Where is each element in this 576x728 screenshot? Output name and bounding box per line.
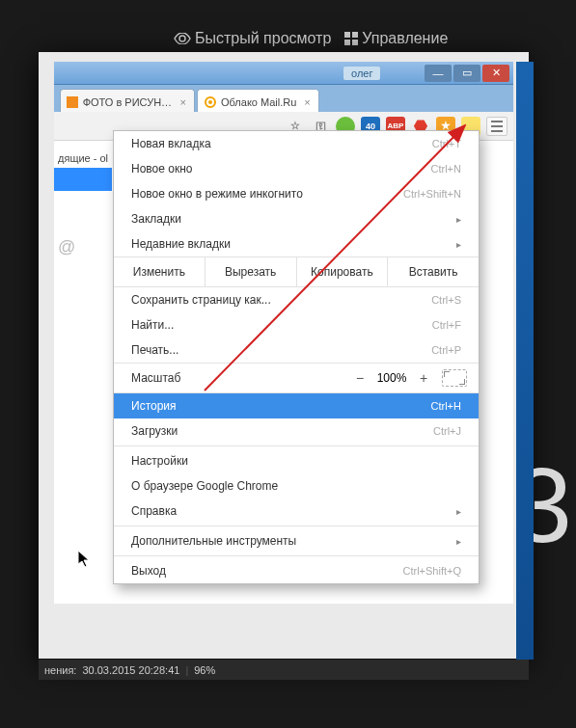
chrome-menu-button[interactable]	[486, 117, 507, 136]
menu-recent-tabs[interactable]: Недавние вкладки	[114, 231, 479, 256]
tab-favicon-icon	[204, 95, 217, 109]
menu-new-window[interactable]: Новое окноCtrl+N	[114, 156, 479, 181]
inbox-selected-row[interactable]	[54, 168, 112, 191]
menu-find[interactable]: Найти...Ctrl+F	[114, 312, 479, 337]
menu-save-as[interactable]: Сохранить страницу как...Ctrl+S	[114, 287, 479, 312]
zoom-in-button[interactable]: +	[411, 370, 436, 386]
viewer-topbar: Быстрый просмотр Управление	[0, 24, 576, 53]
browser-tab[interactable]: Облако Mail.Ru ×	[197, 89, 319, 112]
quickview-control[interactable]: Быстрый просмотр	[174, 30, 331, 47]
minimize-button[interactable]: —	[425, 65, 452, 82]
status-divider: |	[185, 664, 188, 676]
menu-separator	[114, 526, 479, 526]
inbox-title-fragment: дящие - ol	[54, 148, 112, 168]
fullscreen-button[interactable]	[442, 369, 467, 387]
menu-edit-label: Изменить	[114, 257, 206, 286]
grid-icon	[344, 32, 358, 45]
window-titlebar[interactable]: олег — ▭ ✕	[54, 62, 513, 85]
inbox-row[interactable]	[54, 191, 112, 210]
inbox-row[interactable]	[54, 210, 112, 229]
menu-cut[interactable]: Вырезать	[206, 257, 297, 286]
menu-downloads[interactable]: ЗагрузкиCtrl+J	[114, 418, 479, 444]
svg-rect-4	[67, 96, 78, 108]
svg-rect-2	[344, 40, 350, 45]
menu-edit-row: Изменить Вырезать Копировать Вставить	[114, 256, 479, 287]
svg-rect-1	[352, 32, 358, 38]
menu-incognito[interactable]: Новое окно в режиме инкогнитоCtrl+Shift+…	[114, 181, 479, 206]
zoom-label: Масштаб	[125, 371, 347, 385]
status-prefix: нения:	[44, 664, 76, 676]
quickview-label: Быстрый просмотр	[195, 30, 331, 47]
menu-copy[interactable]: Копировать	[297, 257, 389, 286]
maximize-button[interactable]: ▭	[453, 65, 480, 82]
browser-tab[interactable]: ФОТО в РИСУНОК / ×	[60, 89, 195, 112]
menu-about[interactable]: О браузере Google Chrome	[114, 473, 479, 499]
svg-rect-0	[344, 32, 350, 38]
status-date: 30.03.2015 20:28:41	[82, 664, 179, 676]
menu-separator	[114, 555, 479, 556]
inbox-sidebar-fragment: дящие - ol @	[54, 141, 112, 265]
tab-favicon-icon	[67, 95, 79, 109]
tab-strip: ФОТО в РИСУНОК / × Облако Mail.Ru ×	[54, 85, 513, 112]
viewer-statusbar: нения: 30.03.2015 20:28:41 | 96%	[39, 659, 529, 680]
menu-zoom-row: Масштаб − 100% +	[114, 363, 479, 393]
menu-bookmarks[interactable]: Закладки	[114, 206, 479, 231]
manage-control[interactable]: Управление	[344, 30, 448, 47]
tab-close-icon[interactable]: ×	[304, 96, 310, 108]
desktop-stripe	[516, 62, 534, 660]
svg-point-6	[208, 100, 212, 104]
zoom-out-button[interactable]: −	[347, 370, 372, 386]
status-zoom: 96%	[194, 664, 215, 676]
eye-icon	[174, 33, 191, 44]
tab-label: Облако Mail.Ru	[221, 96, 296, 108]
menu-settings[interactable]: Настройки	[114, 448, 479, 473]
tab-close-icon[interactable]: ×	[180, 96, 186, 108]
menu-history[interactable]: ИсторияCtrl+H	[114, 393, 479, 418]
at-icon: @	[54, 229, 112, 265]
menu-help[interactable]: Справка	[114, 499, 479, 524]
menu-separator	[114, 445, 479, 446]
profile-badge[interactable]: олег	[343, 67, 380, 80]
menu-more-tools[interactable]: Дополнительные инструменты	[114, 528, 479, 553]
tab-label: ФОТО в РИСУНОК /	[83, 96, 173, 108]
menu-new-tab[interactable]: Новая вкладкаCtrl+T	[114, 131, 479, 156]
mouse-cursor-icon	[77, 550, 93, 574]
menu-print[interactable]: Печать...Ctrl+P	[114, 337, 479, 363]
zoom-value: 100%	[372, 371, 411, 385]
close-button[interactable]: ✕	[482, 65, 509, 82]
manage-label: Управление	[362, 30, 448, 47]
menu-exit[interactable]: ВыходCtrl+Shift+Q	[114, 558, 479, 583]
svg-rect-3	[352, 40, 358, 45]
menu-paste[interactable]: Вставить	[388, 257, 479, 286]
chrome-main-menu: Новая вкладкаCtrl+T Новое окноCtrl+N Нов…	[113, 130, 480, 584]
